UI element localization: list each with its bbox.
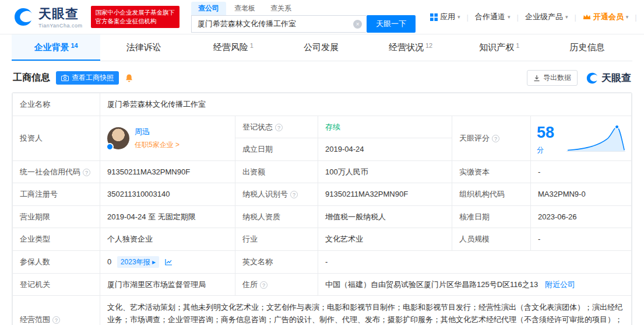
org-code-value: MA32PMN9-0	[531, 183, 632, 206]
tab-operation-status[interactable]: 经营状况12	[367, 34, 455, 61]
taxpayer-id-value: 91350211MA32PMN90F	[318, 183, 452, 206]
tianyancha-watermark: 天眼查	[586, 71, 631, 85]
tab-history-info[interactable]: 历史信息	[544, 34, 632, 61]
chevron-down-icon: ▾	[458, 14, 460, 20]
english-name-value: -	[318, 250, 632, 273]
crown-icon	[583, 13, 591, 20]
business-info-card: 企业名称 厦门希芸森林文化传播工作室 投资人 周迅 任职5家企业 > 登记状态?…	[12, 92, 632, 325]
business-info-table: 企业名称 厦门希芸森林文化传播工作室 投资人 周迅 任职5家企业 > 登记状态?…	[12, 93, 632, 325]
tab-intellectual-property[interactable]: 知识产权1	[455, 34, 544, 61]
table-row: 营业期限 2019-04-24 至 无固定期限 纳税人资质 增值税一般纳税人 核…	[13, 205, 632, 228]
english-name-label: 英文名称	[235, 250, 318, 273]
capital-value: 100万人民币	[318, 160, 452, 183]
investor-cell: 周迅 任职5家企业 >	[100, 116, 235, 160]
establish-date-value: 2019-04-24	[318, 138, 452, 161]
help-icon[interactable]: ?	[260, 281, 268, 289]
search-tab-company[interactable]: 查公司	[191, 2, 226, 15]
paid-capital-label: 实缴资本	[452, 160, 531, 183]
insured-label: 参保人数	[13, 250, 100, 273]
business-scope-value: 文化、艺术活动策划；其他未列明文化艺术业；文艺创作与表演；电影和影视节目制作；电…	[100, 296, 632, 325]
reg-status-label: 登记状态?	[235, 116, 318, 138]
search-tab-relation[interactable]: 查关系	[263, 2, 298, 15]
table-row: 参保人数 0 2023年报 ▸ 英文名称 -	[13, 250, 632, 273]
reg-authority-value: 厦门市湖里区市场监督管理局	[100, 273, 235, 296]
download-icon	[533, 75, 540, 82]
approval-date-label: 核准日期	[452, 205, 531, 228]
business-info-toolbar: 工商信息 查看工商快照 导出数据 天眼查	[0, 61, 644, 92]
search-tab-boss[interactable]: 查老板	[227, 2, 262, 15]
address-value: 中国（福建）自由贸易试验区厦门片区华昌路125号D区116之13 附近公司	[318, 273, 632, 296]
industry-value: 文化艺术业	[318, 228, 452, 251]
address-label: 住所?	[235, 273, 318, 296]
table-row: 统一社会信用代码? 91350211MA32PMN90F 出资额 100万人民币…	[13, 160, 632, 183]
clear-search-icon[interactable]: ×	[353, 20, 362, 29]
nav-open-vip[interactable]: 开通会员▾	[576, 12, 635, 22]
score-label: 天眼评分?	[452, 116, 531, 160]
investor-avatar[interactable]	[107, 127, 129, 149]
tab-company-background[interactable]: 企业背景14	[12, 34, 100, 61]
help-icon[interactable]: ?	[275, 124, 283, 131]
chevron-down-icon: ▾	[626, 14, 629, 20]
score-value: 58	[537, 124, 554, 141]
trend-chart-icon[interactable]	[165, 258, 173, 265]
chevron-down-icon: ▾	[508, 14, 511, 20]
search-block: 查公司 查老板 查关系 × 天眼一下	[191, 2, 416, 33]
business-term-label: 营业期限	[13, 205, 100, 228]
score-cell: 58分	[531, 116, 632, 160]
nav-enterprise-product[interactable]: 企业级产品▾	[519, 12, 575, 22]
tianyancha-logo[interactable]: 天眼查 TianYanCha.com	[13, 5, 83, 29]
nearby-companies-link[interactable]: 附近公司	[545, 280, 575, 289]
investor-positions-link[interactable]: 任职5家企业 >	[135, 139, 180, 150]
org-code-label: 组织机构代码	[452, 183, 531, 206]
taxpayer-id-label: 纳税人识别号?	[235, 183, 318, 206]
notification-bell[interactable]	[637, 12, 644, 22]
help-icon[interactable]: ?	[52, 316, 60, 324]
industry-label: 行业	[235, 228, 318, 251]
reg-status-value: 存续	[318, 116, 452, 138]
table-row: 企业名称 厦门希芸森林文化传播工作室	[13, 93, 632, 116]
table-row: 投资人 周迅 任职5家企业 > 登记状态? 存续 天眼评分? 58分	[13, 116, 632, 138]
paid-capital-value: -	[531, 160, 632, 183]
logo-text: 天眼查	[38, 5, 83, 23]
help-icon[interactable]: ?	[492, 135, 499, 142]
top-nav: 应用▾ | 合作通道▾ | 企业级产品▾ | 开通会员▾ | 费米▾	[424, 12, 644, 22]
reg-number-value: 350211310003140	[100, 183, 235, 206]
taxpayer-quality-label: 纳税人资质	[235, 205, 318, 228]
search-button[interactable]: 天眼一下	[367, 15, 416, 33]
tianyancha-logo-icon	[13, 6, 34, 27]
company-name-value: 厦门希芸森林文化传播工作室	[100, 93, 632, 116]
table-row: 企业类型 个人独资企业 行业 文化艺术业 人员规模 -	[13, 228, 632, 251]
monitor-bell-icon[interactable]	[125, 74, 133, 83]
nav-cooperation[interactable]: 合作通道▾	[469, 12, 517, 22]
capital-label: 出资额	[235, 160, 318, 183]
reg-number-label: 工商注册号	[13, 183, 100, 206]
help-icon[interactable]: ?	[83, 169, 90, 176]
insured-value: 0 2023年报 ▸	[100, 250, 235, 273]
view-snapshot-button[interactable]: 查看工商快照	[56, 71, 119, 85]
tab-company-development[interactable]: 公司发展	[277, 34, 366, 61]
section-title: 工商信息	[13, 72, 50, 84]
company-name-label: 企业名称	[13, 93, 100, 116]
credit-code-value: 91350211MA32PMN90F	[100, 160, 235, 183]
company-type-value: 个人独资企业	[100, 228, 235, 251]
score-curve-chart	[566, 123, 625, 153]
table-row: 经营范围? 文化、艺术活动策划；其他未列明文化艺术业；文艺创作与表演；电影和影视…	[13, 296, 632, 325]
site-header: 天眼查 TianYanCha.com 国家中小企业发展子基金旗下 官方备案企业征…	[0, 0, 644, 34]
investor-label: 投资人	[13, 116, 100, 160]
help-icon[interactable]: ?	[290, 191, 298, 198]
tab-legal-proceedings[interactable]: 法律诉讼	[100, 34, 189, 61]
investor-name-link[interactable]: 周迅	[135, 127, 150, 136]
logo-subtext: TianYanCha.com	[38, 23, 83, 29]
credit-code-label: 统一社会信用代码?	[13, 160, 100, 183]
company-section-tabs: 企业背景14 法律诉讼 经营风险1 公司发展 经营状况12 知识产权1 历史信息	[12, 34, 632, 61]
company-type-label: 企业类型	[13, 228, 100, 251]
business-term-value: 2019-04-24 至 无固定期限	[100, 205, 235, 228]
table-row: 工商注册号 350211310003140 纳税人识别号? 91350211MA…	[13, 183, 632, 206]
search-input[interactable]	[191, 15, 366, 33]
export-data-button[interactable]: 导出数据	[527, 70, 578, 86]
nav-apps[interactable]: 应用▾	[424, 12, 467, 22]
establish-date-label: 成立日期	[235, 138, 318, 161]
gov-certification-badge: 国家中小企业发展子基金旗下 官方备案企业征信机构	[91, 6, 180, 28]
annual-report-link[interactable]: 2023年报 ▸	[117, 256, 159, 268]
tab-operation-risk[interactable]: 经营风险1	[189, 34, 277, 61]
